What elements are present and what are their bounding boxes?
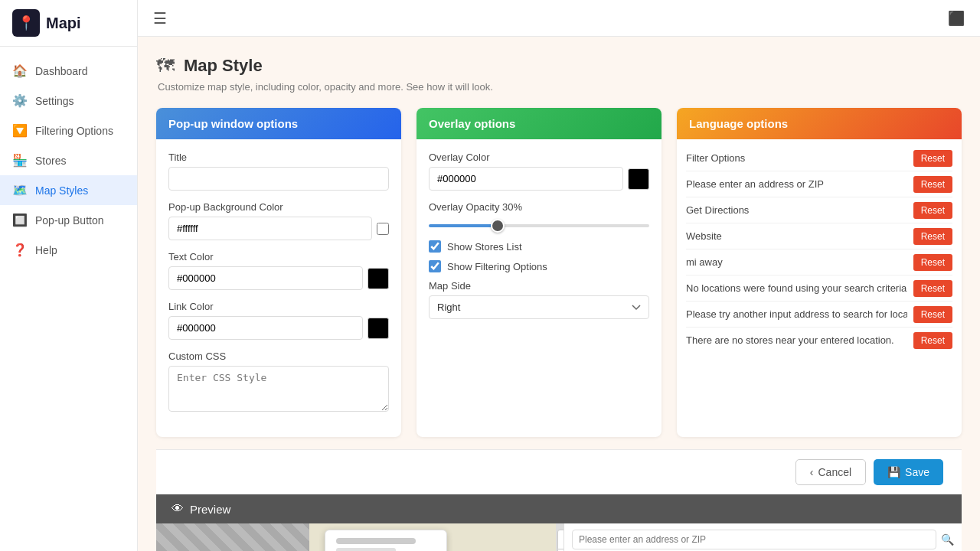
popup-card-header: Pop-up window options — [156, 108, 401, 139]
sidebar-item-help[interactable]: ❓ Help — [0, 235, 137, 265]
lang-input-try-another[interactable] — [686, 305, 907, 323]
popup-card-body: Title Pop-up Background Color #ffffff Te… — [156, 139, 401, 437]
text-color-row: #000000 — [168, 266, 389, 290]
language-card-header: Language options — [677, 108, 962, 139]
reset-button-try-another[interactable]: Reset — [913, 306, 952, 323]
exit-icon[interactable]: ⬛ — [948, 10, 965, 27]
eye-icon: 👁 — [172, 502, 184, 516]
sidebar-label-filtering: Filtering Options — [35, 125, 113, 137]
map-side-label: Map Side — [429, 280, 649, 292]
lang-row-mi-away: Reset — [686, 249, 952, 276]
lang-input-filter-options[interactable] — [686, 149, 907, 167]
link-color-input[interactable]: #000000 — [168, 316, 363, 340]
sidebar-label-settings: Settings — [35, 95, 74, 107]
link-color-label: Link Color — [168, 301, 389, 312]
title-group: Title — [168, 152, 389, 191]
lang-row-no-locations: Reset — [686, 276, 952, 302]
lang-input-enter-address[interactable] — [686, 175, 907, 193]
reset-button-filter-options[interactable]: Reset — [913, 150, 952, 167]
overlay-color-row: #000000 — [429, 167, 649, 191]
lang-row-enter-address: Reset — [686, 171, 952, 197]
map-styles-icon: 🗺️ — [12, 183, 28, 197]
language-card-body: Reset Reset Reset Reset — [677, 139, 962, 359]
opacity-slider[interactable] — [429, 224, 649, 227]
topbar: ☰ ⬛ — [138, 0, 980, 37]
show-filtering-label: Show Filtering Options — [447, 261, 547, 272]
show-filtering-checkbox[interactable] — [429, 260, 441, 272]
sidebar-item-settings[interactable]: ⚙️ Settings — [0, 86, 137, 116]
save-label: Save — [905, 466, 929, 478]
sidebar-item-stores[interactable]: 🏪 Stores — [0, 145, 137, 175]
page-content: 🗺 Map Style Customize map style, includi… — [138, 37, 980, 551]
reset-button-no-locations[interactable]: Reset — [913, 280, 952, 297]
reset-button-enter-address[interactable]: Reset — [913, 176, 952, 193]
show-stores-label: Show Stores List — [447, 241, 522, 253]
cancel-label: Cancel — [818, 466, 851, 478]
save-disk-icon: 💾 — [887, 466, 900, 478]
lang-input-mi-away[interactable] — [686, 253, 907, 271]
lang-input-no-locations[interactable] — [686, 279, 907, 297]
lang-row-get-directions: Reset — [686, 197, 952, 223]
show-filtering-row: Show Filtering Options — [429, 260, 649, 272]
logo-icon: 📍 — [12, 9, 40, 37]
sidebar-item-map-styles[interactable]: 🗺️ Map Styles — [0, 175, 137, 205]
lang-input-website[interactable] — [686, 227, 907, 245]
preview-label: Preview — [190, 503, 230, 516]
overlay-color-group: Overlay Color #000000 — [429, 152, 649, 191]
lang-input-get-directions[interactable] — [686, 201, 907, 219]
map-side-group: Map Side Right Left — [429, 280, 649, 319]
reset-button-get-directions[interactable]: Reset — [913, 202, 952, 219]
lang-input-no-stores[interactable] — [686, 331, 907, 349]
title-input[interactable] — [168, 167, 389, 191]
text-color-input[interactable]: #000000 — [168, 266, 363, 290]
sidebar-nav: 🏠 Dashboard ⚙️ Settings 🔽 Filtering Opti… — [0, 47, 137, 551]
bg-color-input[interactable]: #ffffff — [168, 217, 372, 240]
text-color-swatch[interactable] — [368, 268, 389, 289]
sidebar-label-dashboard: Dashboard — [35, 65, 88, 77]
page-title-icon: 🗺 — [156, 55, 175, 77]
custom-css-input[interactable] — [168, 366, 389, 412]
text-color-group: Text Color #000000 — [168, 251, 389, 290]
dashboard-icon: 🏠 — [12, 64, 28, 78]
popup-button-icon: 🔲 — [12, 213, 28, 227]
overlay-color-swatch[interactable] — [628, 168, 649, 190]
sidebar: 📍 Mapi 🏠 Dashboard ⚙️ Settings 🔽 Filteri… — [0, 0, 138, 551]
popup-card: Pop-up window options Title Pop-up Backg… — [156, 108, 401, 437]
page-title-row: 🗺 Map Style — [156, 55, 962, 77]
page-title: Map Style — [184, 56, 263, 76]
main-content: ☰ ⬛ 🗺 Map Style Customize map style, inc… — [138, 0, 980, 551]
app-name: Mapi — [46, 15, 81, 32]
link-color-row: #000000 — [168, 316, 389, 340]
reset-button-no-stores[interactable]: Reset — [913, 332, 952, 349]
opacity-label: Overlay Opacity 30% — [429, 201, 522, 213]
save-button[interactable]: 💾 Save — [874, 459, 943, 485]
sidebar-label-help: Help — [35, 244, 57, 256]
overlay-color-input[interactable]: #000000 — [429, 167, 623, 191]
show-stores-row: Show Stores List — [429, 240, 649, 253]
cancel-button[interactable]: ‹ Cancel — [795, 459, 866, 485]
map-search-input[interactable] — [572, 530, 936, 549]
show-stores-checkbox[interactable] — [429, 240, 441, 253]
reset-button-website[interactable]: Reset — [913, 228, 952, 245]
page-subtitle: Customize map style, including color, op… — [158, 81, 962, 93]
map-side-select[interactable]: Right Left — [429, 295, 649, 319]
sidebar-label-map-styles: Map Styles — [35, 184, 88, 197]
settings-icon: ⚙️ — [12, 93, 28, 108]
menu-button[interactable]: ☰ — [153, 9, 167, 28]
sidebar-item-filtering[interactable]: 🔽 Filtering Options — [0, 116, 137, 145]
sidebar-item-popup-button[interactable]: 🔲 Pop-up Button — [0, 205, 137, 235]
bg-color-label: Pop-up Background Color — [168, 201, 389, 213]
map-overlay-right: 🔍 — [564, 523, 962, 551]
bg-color-checkbox[interactable] — [377, 223, 389, 235]
opacity-group: Overlay Opacity 30% — [429, 201, 649, 230]
lang-row-filter-options: Reset — [686, 145, 952, 171]
opacity-slider-container — [429, 217, 649, 230]
overlay-card: Overlay options Overlay Color #000000 Ov… — [416, 108, 662, 437]
preview-section-header: 👁 Preview — [156, 494, 962, 523]
link-color-swatch[interactable] — [368, 318, 389, 339]
stores-icon: 🏪 — [12, 153, 28, 168]
lang-row-website: Reset — [686, 223, 952, 249]
sidebar-label-stores: Stores — [35, 155, 66, 167]
reset-button-mi-away[interactable]: Reset — [913, 254, 952, 271]
sidebar-item-dashboard[interactable]: 🏠 Dashboard — [0, 56, 137, 86]
